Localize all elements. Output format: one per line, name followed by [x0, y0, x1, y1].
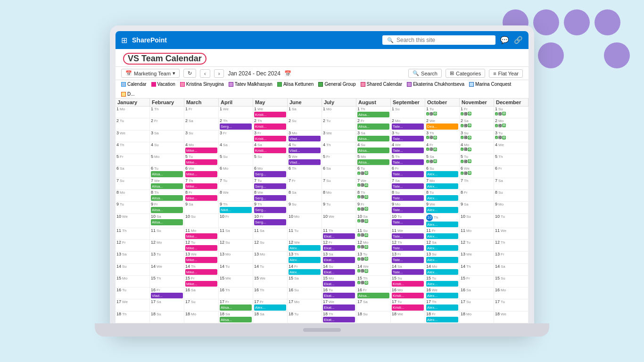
day-cell[interactable]: 6FrTate... [391, 166, 425, 177]
day-cell[interactable]: 1Fr [184, 107, 219, 118]
day-cell[interactable]: 10Tu [494, 214, 528, 228]
day-cell[interactable]: 10TuTate... [391, 214, 425, 228]
day-cell[interactable]: 2Sa [184, 118, 219, 130]
event-pill[interactable]: Nikit... [220, 207, 252, 213]
event-pill[interactable]: Alex... [426, 222, 458, 227]
event-pill[interactable]: Mike... [185, 195, 217, 201]
day-cell[interactable]: 1ThAlisa... [356, 107, 391, 118]
day-cell[interactable]: 18Sa [253, 312, 288, 323]
day-cell[interactable]: 8FrMike... [184, 190, 219, 201]
day-cell[interactable]: 1Su♪D♻ [494, 107, 528, 118]
event-pill[interactable]: Tate... [392, 245, 424, 251]
day-cell[interactable]: 18Su [356, 312, 391, 323]
day-cell[interactable]: 8Su [494, 190, 528, 201]
apps-icon[interactable]: ⊞ [121, 36, 127, 45]
event-pill[interactable]: Tate... [392, 159, 424, 165]
event-pill[interactable]: Alisa... [357, 148, 389, 153]
day-cell[interactable]: 15Th♪D♻ [356, 276, 391, 287]
day-cell[interactable]: 18We [494, 312, 528, 323]
event-pill[interactable]: Alex... [289, 245, 321, 251]
day-cell[interactable]: 12Tu [460, 240, 494, 251]
day-cell[interactable]: 1Fr♪D♻ [460, 107, 494, 118]
event-pill[interactable]: Ekat... [323, 317, 355, 322]
day-cell[interactable]: 11WeTate... [391, 228, 425, 239]
event-pill[interactable]: Serg... [220, 123, 252, 129]
day-cell[interactable]: 14Su [116, 264, 150, 275]
day-cell[interactable]: 17FrAlisa... [219, 299, 253, 311]
event-pill[interactable]: Vlad... [289, 136, 321, 141]
day-cell[interactable]: 15We [253, 276, 288, 287]
day-cell[interactable]: 7TuSerg... [253, 178, 288, 189]
day-cell[interactable]: 5ThTate... [391, 154, 425, 165]
day-cell[interactable]: 12SaAlex... [425, 240, 460, 251]
day-cell[interactable]: 4Mo♪D♻ [460, 142, 494, 154]
day-cell[interactable]: 10We [322, 214, 356, 228]
day-cell[interactable]: 17FrAlex... [253, 299, 288, 311]
event-pill[interactable]: Alex... [426, 171, 458, 177]
day-cell[interactable]: 1Su [391, 107, 425, 118]
day-cell[interactable]: 1WeKristi... [253, 107, 288, 118]
event-pill[interactable]: Alex... [426, 183, 458, 189]
day-cell[interactable]: 18ThEkat... [322, 312, 356, 323]
day-cell[interactable]: 5Sa♪D♻ [425, 154, 460, 165]
day-cell[interactable]: 15We [219, 276, 253, 287]
day-cell[interactable]: 15Th [150, 276, 184, 287]
day-cell[interactable]: 11Sa [219, 228, 253, 239]
day-cell[interactable]: 12FrEkat... [322, 240, 356, 251]
day-cell[interactable]: 5WeVlad... [288, 154, 322, 165]
day-cell[interactable]: 14FrAlex... [288, 264, 322, 275]
day-cell[interactable]: 10Su [460, 214, 494, 228]
day-cell[interactable]: 14Tu [253, 264, 288, 275]
day-cell[interactable]: 9Sa [184, 202, 219, 213]
day-cell[interactable]: 7Fr [288, 178, 322, 189]
calendar-search[interactable]: 🔍 Search [408, 69, 442, 78]
event-pill[interactable]: Serg... [254, 183, 286, 189]
event-pill[interactable]: Mike... [185, 281, 217, 287]
day-cell[interactable]: 7MoAlex... [425, 178, 460, 189]
event-pill[interactable]: Dea... [426, 123, 458, 129]
day-cell[interactable]: 5Fr [322, 154, 356, 165]
event-pill[interactable]: Alex... [426, 269, 458, 275]
day-cell[interactable]: 3Sa [150, 131, 184, 142]
day-cell[interactable]: 6SuAlex... [425, 166, 460, 177]
day-cell[interactable]: 13Mo [253, 252, 288, 263]
day-cell[interactable]: 13Sa [116, 252, 150, 263]
day-cell[interactable]: 17Sa [150, 299, 184, 311]
event-pill[interactable]: Alisa... [357, 123, 389, 129]
event-pill[interactable]: Ekat... [323, 245, 355, 251]
day-cell[interactable]: 7SaTate... [391, 178, 425, 189]
day-cell[interactable]: 4Th [322, 142, 356, 154]
event-pill[interactable]: Mike... [185, 245, 217, 251]
event-pill[interactable]: Alisa... [151, 183, 183, 189]
event-pill[interactable]: Alex... [289, 257, 321, 263]
day-cell[interactable]: 7We♪D♻ [356, 178, 391, 189]
day-cell[interactable]: 16Tu [116, 288, 150, 299]
day-cell[interactable]: 16Th [253, 288, 288, 299]
day-cell[interactable]: 4Sa [219, 142, 253, 154]
team-selector[interactable]: 📅 Marketing Team ▾ [121, 69, 180, 78]
event-pill[interactable]: Ekat... [323, 257, 355, 263]
day-cell[interactable]: 5Fr [116, 154, 150, 165]
day-cell[interactable]: 5TuMike... [184, 154, 219, 165]
day-cell[interactable]: 8Th♪D♻ [356, 190, 391, 201]
event-pill[interactable]: Alisa... [357, 112, 389, 117]
day-cell[interactable]: 14We [150, 264, 184, 275]
day-cell[interactable]: 18FrAlex... [425, 312, 460, 323]
event-pill[interactable]: Kristi... [254, 148, 286, 153]
day-cell[interactable]: 17TuKristi... [391, 299, 425, 311]
day-cell[interactable]: 3Su [184, 131, 219, 142]
day-cell[interactable]: 8We [219, 190, 253, 201]
event-pill[interactable]: Tate... [392, 171, 424, 177]
day-cell[interactable]: 18Tu [288, 312, 322, 323]
event-pill[interactable]: Alex... [426, 317, 458, 322]
day-cell[interactable]: 4MoMike... [184, 142, 219, 154]
day-cell[interactable]: 8Fr [460, 190, 494, 201]
day-cell[interactable]: 6Sa [322, 166, 356, 177]
event-pill[interactable]: Tate... [392, 123, 424, 129]
event-pill[interactable]: Tate... [392, 136, 424, 141]
categories-button[interactable]: ⊞ Categories [446, 69, 485, 78]
day-cell[interactable]: 11FrAlex... [425, 228, 460, 239]
day-cell[interactable]: 13Mo [219, 252, 253, 263]
event-pill[interactable]: Alex... [426, 281, 458, 287]
day-cell[interactable]: 17Tu [494, 299, 528, 311]
